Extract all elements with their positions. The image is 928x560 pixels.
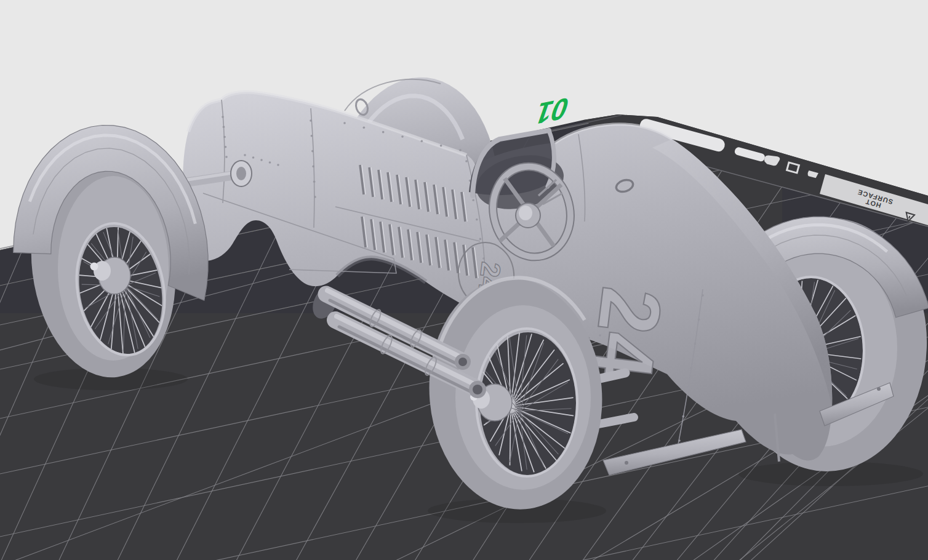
scene-canvas: HOT SURFACE 01 bbox=[0, 0, 928, 560]
front-left-knockoff-spinner bbox=[90, 263, 98, 271]
slicer-3d-viewport[interactable]: HOT SURFACE 01 bbox=[0, 0, 928, 560]
